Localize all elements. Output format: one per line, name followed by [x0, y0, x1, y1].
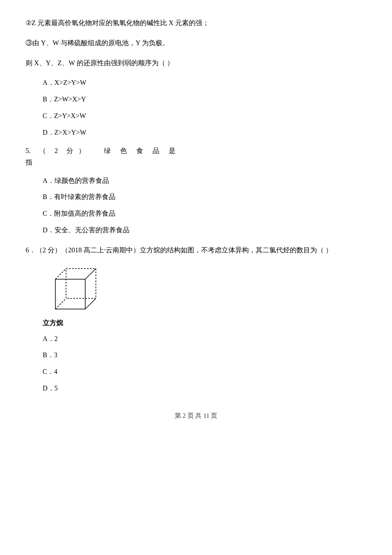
q5-header: 5. （ 2 分 ） 绿 色 食 品 是	[26, 147, 366, 156]
q4-option-c: C．Z>Y>X>W	[43, 110, 366, 122]
footer-text: 第 2 页 共 11 页	[175, 412, 218, 419]
line-4: 则 X、Y、Z、W 的还原性由强到弱的顺序为（ ）	[26, 57, 366, 69]
cube-label: 立方烷	[43, 319, 366, 328]
q5-option-a: A．绿颜色的营养食品	[43, 175, 366, 187]
q4-option-b: B．Z>W>X>Y	[43, 93, 366, 106]
q6-option-b: B．3	[43, 349, 366, 361]
q4-option-a: A．X>Z>Y>W	[43, 77, 366, 89]
q5-score-open: （	[39, 147, 46, 154]
q5-text6-line: 指	[26, 158, 366, 167]
svg-line-3	[85, 269, 96, 279]
q5-text6: 指	[26, 159, 32, 166]
q6-option-d: D．5	[43, 382, 366, 395]
svg-line-5	[85, 298, 96, 309]
q5-text1: 绿	[104, 147, 111, 154]
q4-option-d: D．Z>X>Y>W	[43, 127, 366, 139]
q5-text5: 是	[169, 147, 176, 154]
q6-option-c: C．4	[43, 366, 366, 378]
line4-suffix: ）	[167, 59, 174, 66]
q5-score-unit: 分	[66, 147, 73, 154]
line3-text: ③由 Y、W 与稀硫酸组成的原电池，Y 为负极。	[26, 39, 169, 46]
q6-header: 6．（2 分）（2018 高二上·云南期中）立方烷的结构如图，不考虑立体异构，其…	[26, 244, 366, 257]
line-3: ③由 Y、W 与稀硫酸组成的原电池，Y 为负极。	[26, 37, 366, 49]
q5-score-close: ）	[78, 147, 85, 154]
cube-svg	[43, 264, 98, 315]
q5-text2: 色	[120, 147, 127, 154]
q5-text3: 食	[136, 147, 143, 154]
q5-option-d: D．安全、无公害的营养食品	[43, 224, 366, 237]
q5-option-b: B．有叶绿素的营养食品	[43, 191, 366, 203]
page-footer: 第 2 页 共 11 页	[26, 412, 366, 420]
q5-score-num: 2	[55, 147, 58, 154]
line-2: ②Z 元素最高价氧化物对应的氢氧化物的碱性比 X 元素的强；	[26, 17, 366, 29]
svg-line-2	[55, 269, 66, 279]
svg-line-4	[55, 298, 66, 309]
q6-text: 6．（2 分）（2018 高二上·云南期中）立方烷的结构如图，不考虑立体异构，其…	[26, 246, 332, 254]
q5-text4: 品	[153, 147, 159, 154]
cube-figure	[43, 264, 366, 315]
line2-text: ②Z 元素最高价氧化物对应的氢氧化物的碱性比 X 元素的强；	[26, 19, 209, 26]
line4-prefix: 则 X、Y、Z、W 的还原性由强到弱的顺序为（	[26, 59, 165, 66]
q6-option-a: A．2	[43, 333, 366, 345]
q5-num: 5.	[26, 147, 31, 154]
q5-option-c: C．附加值高的营养食品	[43, 208, 366, 220]
